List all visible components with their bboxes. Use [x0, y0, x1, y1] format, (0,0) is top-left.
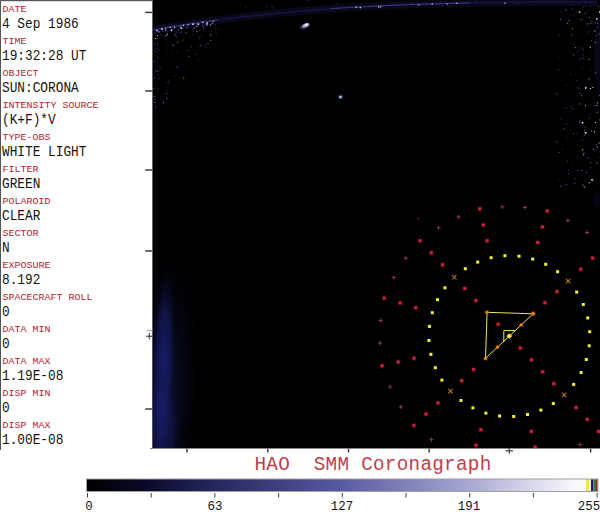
svg-text:63: 63: [208, 499, 223, 512]
svg-text:191: 191: [458, 499, 480, 512]
svg-text:SECTOR: SECTOR: [3, 228, 39, 238]
svg-text:TYPE-OBS: TYPE-OBS: [3, 132, 51, 142]
svg-text:GREEN: GREEN: [2, 175, 40, 192]
svg-text:CLEAR: CLEAR: [2, 207, 41, 224]
svg-text:(K+F)*V: (K+F)*V: [2, 111, 56, 128]
svg-text:DATE: DATE: [3, 4, 27, 14]
svg-text:HAO SMM Coronagraph: HAO SMM Coronagraph: [255, 454, 492, 476]
svg-text:0: 0: [2, 399, 10, 416]
svg-text:127: 127: [331, 499, 353, 512]
svg-text:1.19E-08: 1.19E-08: [2, 367, 63, 384]
svg-text:TIME: TIME: [3, 36, 27, 46]
svg-text:DISP MIN: DISP MIN: [3, 388, 51, 398]
svg-text:DATA MIN: DATA MIN: [3, 324, 51, 334]
svg-text:8.192: 8.192: [2, 271, 40, 288]
svg-text:0: 0: [2, 335, 10, 352]
svg-text:SPACECRAFT ROLL: SPACECRAFT ROLL: [3, 292, 93, 302]
svg-text:DATA MAX: DATA MAX: [3, 356, 51, 366]
svg-text:SUN:CORONA: SUN:CORONA: [2, 79, 79, 96]
svg-text:OBJECT: OBJECT: [3, 68, 39, 78]
svg-text:0: 0: [2, 303, 10, 320]
svg-text:N: N: [2, 239, 10, 256]
svg-text:255: 255: [578, 499, 600, 512]
svg-text:DISP MAX: DISP MAX: [3, 420, 51, 430]
svg-text:FILTER: FILTER: [3, 164, 39, 174]
svg-text:0: 0: [85, 499, 93, 512]
svg-text:4 Sep 1986: 4 Sep 1986: [2, 15, 79, 32]
svg-text:INTENSITY SOURCE: INTENSITY SOURCE: [3, 100, 99, 110]
svg-text:19:32:28 UT: 19:32:28 UT: [2, 47, 86, 64]
svg-text:1.00E-08: 1.00E-08: [2, 431, 63, 448]
svg-text:POLAROID: POLAROID: [3, 196, 51, 206]
svg-text:EXPOSURE: EXPOSURE: [3, 260, 51, 270]
svg-text:WHITE LIGHT: WHITE LIGHT: [2, 143, 86, 160]
